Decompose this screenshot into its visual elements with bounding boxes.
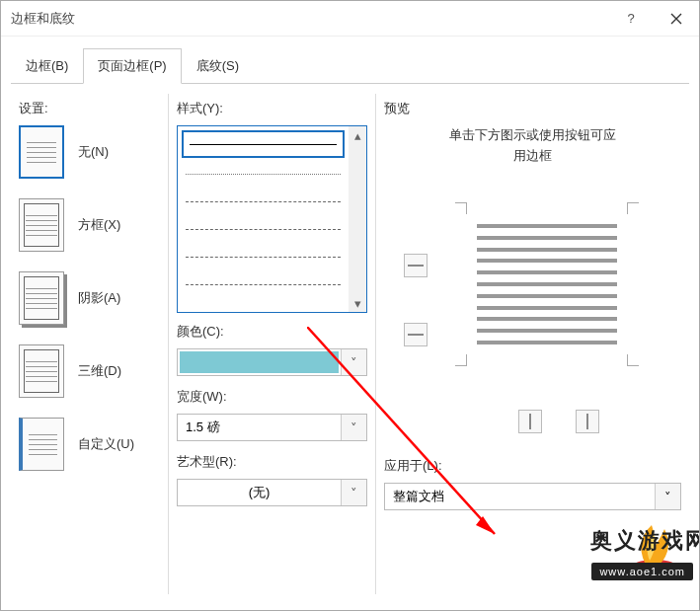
- page-preview: [463, 210, 631, 358]
- setting-custom-label: 自定义(U): [78, 435, 134, 453]
- style-option[interactable]: [180, 160, 347, 188]
- setting-none[interactable]: 无(N): [19, 125, 160, 179]
- watermark-url: www.aoe1.com: [591, 563, 693, 580]
- preview-hint: 单击下方图示或使用按钮可应用边框: [384, 125, 681, 167]
- border-right-toggle[interactable]: [576, 410, 599, 433]
- style-label: 样式(Y):: [177, 100, 367, 117]
- art-label: 艺术型(R):: [177, 453, 367, 471]
- chevron-down-icon: ˅: [341, 349, 366, 375]
- chevron-down-icon: ˅: [341, 415, 366, 440]
- style-option[interactable]: [180, 270, 347, 298]
- setting-custom-icon: [19, 418, 64, 471]
- settings-label: 设置:: [19, 100, 160, 117]
- style-listbox[interactable]: ▴ ▾: [177, 125, 367, 313]
- width-value: 1.5 磅: [178, 415, 341, 440]
- preview-box: 单击下方图示或使用按钮可应用边框: [384, 125, 681, 441]
- title-bar: 边框和底纹 ?: [1, 1, 699, 37]
- preview-label: 预览: [384, 100, 681, 117]
- borders-shading-dialog: 边框和底纹 ? 边框(B) 页面边框(P) 底纹(S) 设置: 无(N) 方框(…: [0, 0, 700, 611]
- setting-3d-icon: [19, 344, 64, 398]
- art-dropdown[interactable]: (无) ˅: [177, 479, 367, 506]
- setting-shadow-icon: [19, 271, 64, 325]
- apply-to-value: 整篇文档: [385, 484, 655, 509]
- style-scrollbar[interactable]: ▴ ▾: [349, 126, 366, 312]
- setting-shadow-label: 阴影(A): [78, 289, 120, 307]
- style-column: 样式(Y): ▴ ▾ 颜色(C): ˅: [169, 94, 376, 594]
- setting-custom[interactable]: 自定义(U): [19, 418, 160, 471]
- setting-none-icon: [19, 125, 64, 179]
- border-bottom-toggle[interactable]: [404, 323, 428, 346]
- color-label: 颜色(C):: [177, 323, 367, 341]
- color-swatch: [180, 351, 339, 373]
- tab-page-border[interactable]: 页面边框(P): [83, 48, 181, 84]
- close-button[interactable]: [654, 1, 699, 37]
- window-title: 边框和底纹: [11, 10, 608, 28]
- settings-column: 设置: 无(N) 方框(X) 阴影(A): [11, 94, 169, 594]
- preview-column: 预览 单击下方图示或使用按钮可应用边框 应用于(L): 整篇文档: [376, 94, 689, 594]
- watermark-site-name: 奥义游戏网: [590, 526, 700, 556]
- color-dropdown[interactable]: ˅: [177, 348, 367, 376]
- border-top-toggle[interactable]: [404, 254, 428, 277]
- border-left-toggle[interactable]: [518, 410, 542, 433]
- setting-box-icon: [19, 198, 64, 252]
- setting-box[interactable]: 方框(X): [19, 198, 160, 252]
- width-dropdown[interactable]: 1.5 磅 ˅: [177, 414, 367, 441]
- dialog-content: 设置: 无(N) 方框(X) 阴影(A): [1, 84, 699, 594]
- style-option[interactable]: [180, 188, 347, 215]
- apply-label: 应用于(L):: [384, 457, 681, 475]
- setting-shadow[interactable]: 阴影(A): [19, 271, 160, 325]
- scroll-up-icon[interactable]: ▴: [349, 126, 366, 144]
- setting-box-label: 方框(X): [78, 216, 120, 234]
- style-option[interactable]: [180, 215, 347, 243]
- apply-to-dropdown[interactable]: 整篇文档 ˅: [384, 483, 681, 510]
- tab-borders[interactable]: 边框(B): [11, 48, 83, 84]
- scroll-down-icon[interactable]: ▾: [349, 294, 366, 312]
- setting-3d-label: 三维(D): [78, 362, 121, 380]
- help-button[interactable]: ?: [608, 1, 654, 37]
- close-icon: [670, 13, 682, 25]
- style-option[interactable]: [180, 243, 347, 270]
- tab-strip: 边框(B) 页面边框(P) 底纹(S): [1, 37, 699, 84]
- setting-none-label: 无(N): [78, 143, 109, 161]
- width-label: 宽度(W):: [177, 388, 367, 406]
- chevron-down-icon: ˅: [655, 484, 680, 509]
- chevron-down-icon: ˅: [341, 480, 366, 505]
- art-value: (无): [178, 480, 341, 505]
- style-option-solid[interactable]: [182, 130, 345, 158]
- tab-shading[interactable]: 底纹(S): [182, 48, 254, 84]
- setting-3d[interactable]: 三维(D): [19, 344, 160, 398]
